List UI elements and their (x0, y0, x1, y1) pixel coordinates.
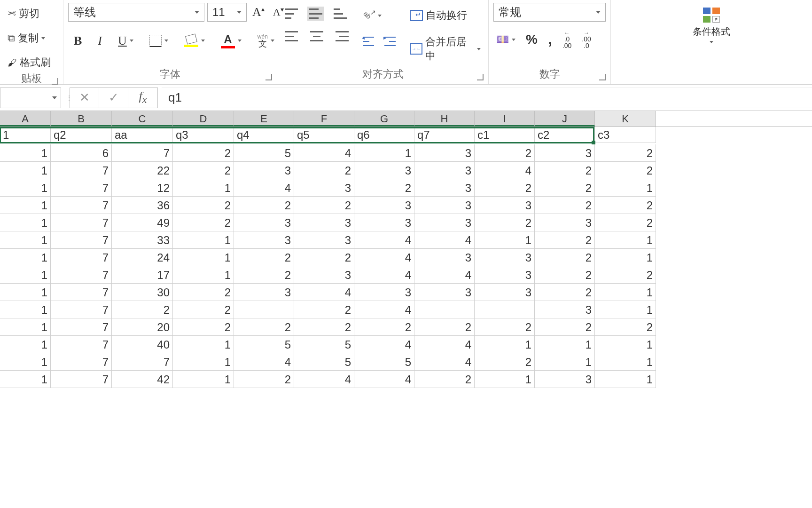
grip-icon[interactable]: ⋮ (66, 88, 70, 107)
cell[interactable]: 2 (112, 301, 173, 318)
cell[interactable]: 17 (112, 266, 173, 284)
cell[interactable]: 2 (173, 197, 234, 214)
cell[interactable]: 2 (234, 266, 294, 284)
cell[interactable]: 1 (0, 162, 51, 179)
cell[interactable]: 4 (294, 284, 354, 301)
cell[interactable]: 7 (51, 179, 112, 197)
cell[interactable]: 3 (414, 249, 475, 266)
cell[interactable]: 4 (234, 179, 294, 197)
cell[interactable]: 3 (475, 284, 535, 301)
cell[interactable]: 1 (0, 249, 51, 266)
cell[interactable]: 4 (414, 266, 475, 284)
fill-color-button[interactable] (181, 33, 208, 49)
decrease-decimal-button[interactable]: →.00.0 (579, 28, 593, 51)
cell[interactable]: 2 (234, 249, 294, 266)
cell[interactable]: 1 (0, 336, 51, 353)
copy-button[interactable]: 复制 (5, 29, 54, 47)
cell[interactable]: aa (112, 127, 173, 143)
cell[interactable]: 1 (0, 179, 51, 197)
phonetic-guide-button[interactable]: wén文 (255, 32, 277, 50)
column-header-E[interactable]: E (234, 111, 294, 127)
cell[interactable]: 7 (51, 266, 112, 284)
format-painter-button[interactable]: 格式刷 (5, 54, 54, 71)
cell[interactable]: 3 (234, 214, 294, 231)
cell[interactable]: 2 (535, 197, 595, 214)
cell[interactable]: 2 (535, 284, 595, 301)
dialog-launcher-icon[interactable] (477, 74, 484, 80)
cell[interactable]: 4 (294, 144, 354, 162)
currency-button[interactable]: 💷 (493, 32, 518, 48)
cell[interactable]: 2 (535, 318, 595, 336)
wrap-text-button[interactable]: 自动换行 (407, 7, 484, 24)
cell[interactable]: 2 (475, 318, 535, 336)
cell[interactable]: 1 (595, 371, 656, 388)
cell[interactable] (234, 301, 294, 318)
cell[interactable]: 5 (294, 336, 354, 353)
cell[interactable]: 3 (234, 162, 294, 179)
cell[interactable]: 3 (354, 284, 414, 301)
name-box[interactable] (0, 87, 61, 108)
cell[interactable]: 3 (475, 266, 535, 284)
cell[interactable]: 1 (354, 144, 414, 162)
cell[interactable]: 4 (234, 353, 294, 371)
cell[interactable]: 1 (475, 371, 535, 388)
cell[interactable]: 2 (294, 318, 354, 336)
number-format-select[interactable]: 常规 (493, 3, 606, 22)
column-header-K[interactable]: K (595, 111, 656, 127)
cell[interactable]: 3 (294, 214, 354, 231)
cell[interactable]: 3 (535, 214, 595, 231)
cell[interactable]: 5 (354, 353, 414, 371)
cell[interactable] (475, 301, 535, 318)
cell[interactable]: 1 (0, 231, 51, 249)
font-color-button[interactable]: A (218, 31, 244, 50)
cell[interactable]: 3 (354, 214, 414, 231)
percent-button[interactable]: % (523, 30, 540, 49)
font-size-select[interactable]: 11 (207, 3, 247, 22)
cell[interactable]: 3 (414, 197, 475, 214)
cancel-formula-button[interactable]: ✕ (70, 88, 99, 108)
column-header-I[interactable]: I (475, 111, 535, 127)
border-button[interactable] (147, 33, 171, 49)
cell[interactable]: 1 (0, 144, 51, 162)
cell[interactable]: 4 (354, 249, 414, 266)
column-header-F[interactable]: F (294, 111, 354, 127)
cell[interactable]: 1 (0, 318, 51, 336)
cell[interactable]: 1 (0, 353, 51, 371)
cell[interactable]: 4 (414, 353, 475, 371)
cell[interactable]: q4 (234, 127, 294, 143)
dialog-launcher-icon[interactable] (599, 74, 606, 80)
cell[interactable]: 2 (595, 197, 656, 214)
cell[interactable]: 2 (475, 179, 535, 197)
dialog-launcher-icon[interactable] (52, 78, 58, 85)
cell[interactable]: 1 (173, 266, 234, 284)
italic-button[interactable]: I (95, 32, 105, 50)
align-middle-button[interactable] (307, 7, 324, 21)
cell[interactable]: 1 (0, 284, 51, 301)
cell[interactable]: 4 (354, 266, 414, 284)
cell[interactable]: 1 (475, 336, 535, 353)
column-header-D[interactable]: D (173, 111, 234, 127)
cell[interactable]: 4 (354, 371, 414, 388)
cell[interactable]: 42 (112, 371, 173, 388)
cell[interactable]: 2 (234, 318, 294, 336)
bold-button[interactable]: B (71, 32, 85, 50)
cell[interactable]: 4 (475, 162, 535, 179)
cell[interactable]: 3 (475, 249, 535, 266)
cell[interactable]: 1 (0, 127, 51, 143)
cell[interactable]: 1 (595, 179, 656, 197)
cell[interactable]: 3 (294, 179, 354, 197)
cell[interactable]: 2 (294, 162, 354, 179)
cell[interactable]: 7 (51, 336, 112, 353)
cell[interactable] (414, 301, 475, 318)
cell[interactable]: 1 (595, 301, 656, 318)
cell[interactable]: 2 (234, 197, 294, 214)
cell[interactable]: 7 (51, 318, 112, 336)
cell[interactable]: 3 (475, 197, 535, 214)
cell[interactable]: 3 (234, 284, 294, 301)
cell[interactable]: 2 (475, 214, 535, 231)
cell[interactable]: 3 (414, 179, 475, 197)
align-center-button[interactable] (307, 29, 326, 43)
cell[interactable]: 1 (535, 353, 595, 371)
cell[interactable]: 7 (51, 371, 112, 388)
column-header-J[interactable]: J (535, 111, 595, 127)
